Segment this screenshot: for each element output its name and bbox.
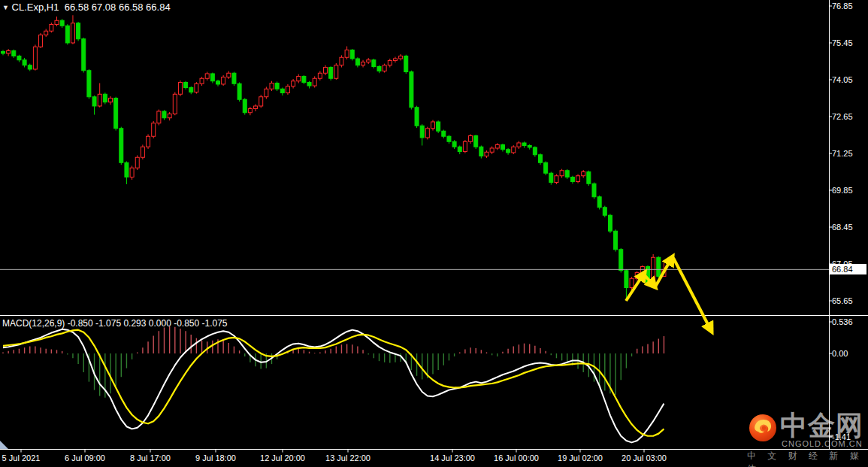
candle-body: [162, 111, 166, 118]
time-axis-label: 14 Jul 23:00: [430, 453, 475, 462]
candle-body: [652, 257, 655, 282]
candle-body: [442, 131, 446, 136]
candle-body: [404, 56, 408, 72]
price-axis-label: 75.45: [832, 38, 853, 48]
candle-body: [119, 129, 123, 163]
chart-canvas[interactable]: [0, 0, 868, 467]
forecast-arrow[interactable]: [673, 258, 712, 332]
candle-body: [393, 59, 397, 60]
candle-body: [361, 62, 365, 65]
candle-body: [597, 197, 601, 208]
candle-body: [98, 94, 101, 106]
candle-body: [232, 73, 236, 83]
candle-body: [114, 99, 118, 129]
candle-body: [130, 168, 134, 177]
current-price-tag: 66.84: [830, 264, 866, 274]
time-axis-label: 12 Jul 20:00: [260, 453, 305, 462]
candle-body: [184, 83, 188, 88]
candle-body: [307, 83, 311, 86]
symbol-label: CL.Exp,H1: [12, 2, 59, 13]
time-axis-label: 16 Jul 00:00: [494, 453, 539, 462]
chevron-down-icon[interactable]: ▼: [2, 4, 9, 11]
time-axis-label: 8 Jul 17:00: [130, 453, 171, 462]
candle-body: [265, 89, 268, 97]
candle-body: [592, 183, 596, 197]
candle-body: [60, 20, 64, 26]
time-axis-label: 6 Jul 09:00: [65, 453, 105, 462]
candle-body: [528, 146, 531, 147]
candle-body: [565, 171, 569, 177]
macd-indicator-label: MACD(12,26,9) -0.850 -1.075 0.293 0.000 …: [2, 318, 228, 329]
candle-body: [345, 50, 349, 57]
candle-body: [437, 122, 440, 131]
candle-body: [109, 99, 113, 102]
candle-body: [490, 148, 494, 152]
candle-body: [2, 52, 5, 53]
candle-body: [103, 94, 107, 102]
candle-body: [619, 250, 623, 271]
candle-body: [570, 177, 574, 182]
price-axis-label: 68.45: [832, 223, 853, 232]
candle-body: [549, 173, 553, 182]
time-axis-label: 9 Jul 18:00: [195, 453, 236, 462]
candle-body: [71, 23, 74, 43]
time-axis-label: 19 Jul 02:00: [558, 453, 603, 462]
candle-body: [329, 68, 333, 79]
candle-body: [222, 77, 225, 84]
candle-body: [533, 147, 537, 155]
candle-body: [425, 129, 429, 138]
price-axis-label: 71.25: [832, 149, 853, 159]
candle-body: [55, 20, 59, 24]
price-axis-label: 69.85: [832, 186, 853, 196]
candle-body: [248, 109, 252, 113]
candle-body: [125, 162, 129, 177]
macd-signal-line: [3, 330, 664, 436]
symbol-ohlc-header: ▼ CL.Exp,H1 66.58 67.08 66.58 66.84: [2, 2, 171, 13]
candle-body: [259, 97, 263, 106]
candle-body: [44, 31, 48, 35]
candle-body: [237, 83, 241, 99]
candle-body: [603, 208, 606, 216]
candle-body: [292, 81, 295, 86]
candle-body: [275, 83, 279, 89]
candle-body: [195, 83, 198, 92]
candle-body: [50, 25, 53, 32]
candle-body: [168, 114, 171, 118]
price-axis-label: 0.00: [832, 349, 848, 359]
candle-body: [340, 57, 343, 65]
time-axis-label: 13 Jul 22:00: [325, 453, 370, 462]
candle-body: [7, 51, 11, 54]
candle-body: [200, 78, 204, 83]
candle-body: [452, 141, 456, 147]
candle-body: [479, 147, 483, 156]
candle-body: [280, 89, 284, 92]
price-axis-label: -1.41: [832, 432, 851, 442]
candle-body: [582, 172, 585, 176]
candle-body: [173, 94, 177, 114]
candle-body: [657, 257, 661, 276]
candle-body: [474, 136, 478, 147]
candle-body: [447, 136, 451, 141]
candle-body: [431, 122, 435, 129]
candle-body: [463, 141, 467, 151]
time-axis-label: 20 Jul 03:00: [622, 453, 667, 462]
price-axis-label: 76.85: [832, 2, 853, 11]
candle-body: [458, 147, 461, 151]
candle-body: [87, 71, 91, 97]
candle-body: [377, 67, 381, 71]
time-axis-label: 5 Jul 2021: [2, 453, 41, 462]
candle-body: [410, 72, 413, 108]
candle-body: [147, 136, 150, 147]
candle-body: [39, 35, 43, 47]
candle-body: [205, 74, 209, 78]
candle-body: [522, 143, 526, 146]
candle-body: [539, 155, 543, 163]
candle-body: [270, 83, 274, 89]
candle-body: [625, 271, 628, 288]
price-axis-label: 65.65: [832, 296, 853, 306]
ohlc-values: 66.58 67.08 66.58 66.84: [65, 2, 171, 13]
candle-body: [227, 73, 231, 77]
candle-body: [254, 106, 258, 109]
candle-body: [33, 47, 37, 69]
candle-body: [555, 176, 558, 183]
